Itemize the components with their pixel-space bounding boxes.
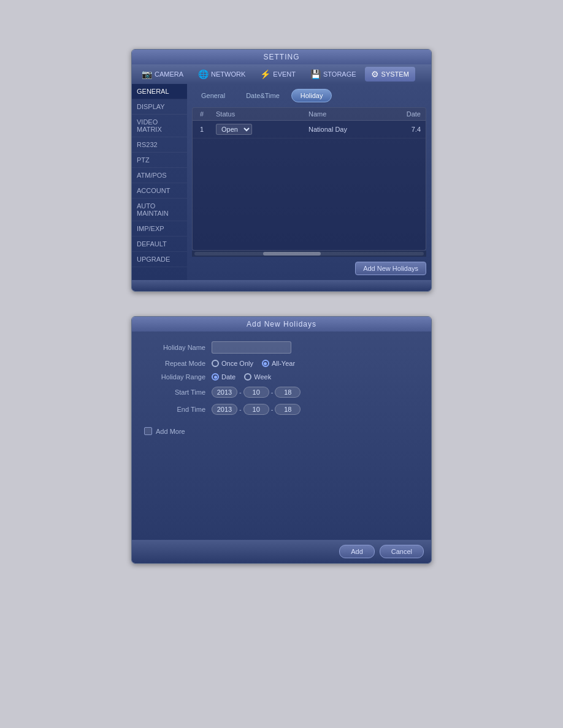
add-button[interactable]: Add	[339, 545, 375, 558]
sidebar-item-general[interactable]: GENERAL	[132, 84, 187, 99]
row-date: 7.4	[401, 121, 426, 138]
nav-storage[interactable]: 💾 STORAGE	[304, 67, 362, 82]
add-more-label: Add More	[156, 428, 185, 435]
nav-event-label: EVENT	[273, 70, 296, 78]
range-date-label: Date	[221, 373, 236, 381]
range-date-radio[interactable]	[212, 373, 219, 381]
end-time-fields: - -	[212, 404, 301, 415]
holiday-table-container: # Status Name Date 1 Ope	[192, 107, 426, 251]
cancel-button[interactable]: Cancel	[380, 545, 424, 558]
main-content: General Date&Time Holiday # Status Name …	[187, 84, 431, 280]
sidebar-item-default[interactable]: DEFAULT	[132, 237, 187, 252]
table-row: 1 Open Close National Day 7.4	[193, 121, 426, 138]
end-time-label: End Time	[144, 406, 212, 413]
add-more-row: Add More	[144, 427, 419, 435]
tab-general[interactable]: General	[192, 89, 234, 102]
form-area: Holiday Name Repeat Mode Once Only All-Y…	[132, 332, 431, 540]
content-area: GENERAL DISPLAY VIDEO MATRIX RS232 PTZ A…	[132, 84, 431, 280]
nav-system[interactable]: ⚙ SYSTEM	[365, 67, 415, 82]
end-year-input[interactable]	[212, 404, 237, 415]
holiday-name-label: Holiday Name	[144, 344, 212, 351]
sidebar-item-upgrade[interactable]: UPGRADE	[132, 252, 187, 267]
repeat-once-radio[interactable]	[212, 360, 219, 367]
col-header-status: Status	[211, 108, 304, 121]
nav-network-label: NETWORK	[211, 70, 245, 78]
col-header-name: Name	[304, 108, 401, 121]
end-month-input[interactable]	[243, 404, 269, 415]
scrollbar-track[interactable]	[194, 252, 424, 256]
status-dropdown[interactable]: Open Close	[216, 124, 252, 135]
end-time-row: End Time - -	[144, 404, 419, 415]
sidebar-item-ptz[interactable]: PTZ	[132, 153, 187, 168]
start-year-input[interactable]	[212, 387, 237, 398]
sidebar-item-auto-maintain[interactable]: AUTO MAINTAIN	[132, 199, 187, 221]
row-name: National Day	[304, 121, 401, 138]
network-icon: 🌐	[198, 69, 209, 79]
sidebar-item-atm-pos[interactable]: ATM/POS	[132, 168, 187, 183]
row-num: 1	[193, 121, 211, 138]
range-week-option[interactable]: Week	[244, 373, 271, 381]
holiday-name-row: Holiday Name	[144, 341, 419, 354]
add-holidays-title: Add New Holidays	[132, 317, 431, 332]
tab-datetime[interactable]: Date&Time	[237, 89, 289, 102]
row-status[interactable]: Open Close	[211, 121, 304, 138]
sidebar-item-imp-exp[interactable]: IMP/EXP	[132, 221, 187, 237]
camera-icon: 📷	[142, 69, 152, 79]
action-bar: Add Cancel	[132, 540, 431, 563]
repeat-mode-label: Repeat Mode	[144, 360, 212, 367]
start-day-input[interactable]	[275, 387, 301, 398]
sidebar-item-account[interactable]: ACCOUNT	[132, 183, 187, 199]
nav-system-label: SYSTEM	[381, 70, 409, 78]
event-icon: ⚡	[260, 69, 270, 79]
end-day-input[interactable]	[275, 404, 301, 415]
range-week-radio[interactable]	[244, 373, 251, 381]
nav-camera[interactable]: 📷 CAMERA	[136, 67, 190, 82]
repeat-allyear-option[interactable]: All-Year	[262, 360, 295, 367]
start-time-row: Start Time - -	[144, 387, 419, 398]
storage-icon: 💾	[310, 69, 321, 79]
nav-camera-label: CAMERA	[155, 70, 183, 78]
repeat-mode-group: Once Only All-Year	[212, 360, 295, 367]
sidebar-item-rs232[interactable]: RS232	[132, 137, 187, 153]
sidebar-item-video-matrix[interactable]: VIDEO MATRIX	[132, 115, 187, 137]
repeat-allyear-radio[interactable]	[262, 360, 269, 367]
sidebar-item-display[interactable]: DISPLAY	[132, 99, 187, 115]
range-date-option[interactable]: Date	[212, 373, 236, 381]
nav-event[interactable]: ⚡ EVENT	[254, 67, 302, 82]
setting-title: SETTING	[132, 50, 431, 64]
tab-bar: General Date&Time Holiday	[192, 89, 426, 102]
holiday-range-label: Holiday Range	[144, 373, 212, 381]
scrollbar-thumb[interactable]	[263, 252, 321, 256]
holiday-range-group: Date Week	[212, 373, 271, 381]
top-panel-bottom-bar	[132, 280, 431, 291]
end-sep1: -	[239, 406, 242, 413]
start-sep1: -	[239, 389, 242, 396]
start-time-label: Start Time	[144, 389, 212, 396]
add-more-checkbox[interactable]	[144, 427, 152, 435]
repeat-once-option[interactable]: Once Only	[212, 360, 253, 367]
start-time-fields: - -	[212, 387, 301, 398]
holiday-table: # Status Name Date 1 Ope	[193, 108, 426, 138]
scrollbar-area[interactable]	[192, 251, 426, 257]
repeat-mode-row: Repeat Mode Once Only All-Year	[144, 360, 419, 367]
holiday-name-input[interactable]	[212, 341, 291, 354]
nav-network[interactable]: 🌐 NETWORK	[192, 67, 251, 82]
nav-bar: 📷 CAMERA 🌐 NETWORK ⚡ EVENT 💾 STORAGE ⚙ S…	[132, 64, 431, 84]
range-week-label: Week	[254, 373, 271, 381]
system-icon: ⚙	[371, 69, 379, 79]
col-header-date: Date	[401, 108, 426, 121]
repeat-once-label: Once Only	[221, 360, 253, 367]
col-header-num: #	[193, 108, 211, 121]
holiday-range-row: Holiday Range Date Week	[144, 373, 419, 381]
add-new-holidays-button[interactable]: Add New Holidays	[355, 262, 426, 275]
start-sep2: -	[271, 389, 274, 396]
tab-holiday[interactable]: Holiday	[291, 89, 332, 102]
end-sep2: -	[271, 406, 274, 413]
start-month-input[interactable]	[243, 387, 269, 398]
sidebar: GENERAL DISPLAY VIDEO MATRIX RS232 PTZ A…	[132, 84, 187, 280]
repeat-allyear-label: All-Year	[272, 360, 295, 367]
nav-storage-label: STORAGE	[323, 70, 356, 78]
